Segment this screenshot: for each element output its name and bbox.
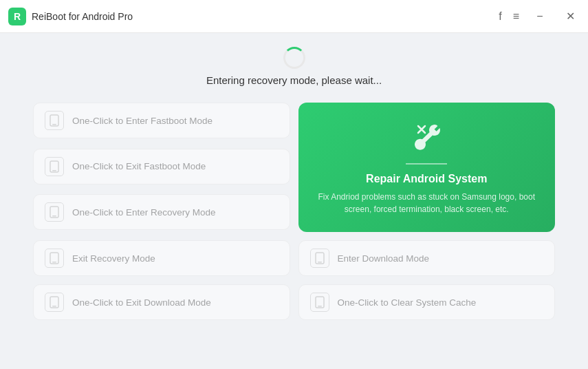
exit-recovery-button[interactable]: Exit Recovery Mode: [33, 240, 290, 276]
exit-fastboot-button[interactable]: One-Click to Exit Fastboot Mode: [33, 149, 290, 184]
app-logo: R ReiBoot for Android Pro: [8, 8, 133, 25]
svg-rect-9: [318, 262, 322, 263]
enter-fastboot-button[interactable]: One-Click to Enter Fastboot Mode: [33, 103, 290, 138]
svg-rect-3: [52, 170, 56, 171]
repair-icon: [409, 119, 444, 155]
phone-icon-4: [45, 249, 64, 268]
phone-icon-1: [45, 111, 64, 130]
exit-fastboot-label: One-Click to Exit Fastboot Mode: [72, 161, 206, 171]
clear-cache-label: One-Click to Clear System Cache: [338, 297, 477, 308]
svg-rect-7: [52, 262, 56, 263]
menu-icon[interactable]: ≡: [513, 10, 519, 23]
exit-download-button[interactable]: One-Click to Exit Download Mode: [33, 284, 290, 320]
repair-card[interactable]: Repair Android System Fix Andriod proble…: [298, 103, 556, 232]
app-name: ReiBoot for Android Pro: [32, 11, 133, 22]
main-content: One-Click to Enter Fastboot Mode Repair …: [0, 97, 588, 369]
phone-icon-3: [45, 202, 64, 222]
phone-icon-6: [45, 293, 64, 312]
status-text: Entering recovery mode, please wait...: [206, 74, 382, 86]
svg-rect-5: [52, 215, 56, 217]
logo-icon: R: [8, 8, 26, 25]
repair-title: Repair Android System: [366, 173, 487, 185]
minimize-button[interactable]: −: [530, 7, 549, 26]
enter-recovery-button[interactable]: One-Click to Enter Recovery Mode: [33, 194, 290, 230]
repair-desc: Fix Andriod problems such as stuck on Sa…: [312, 191, 542, 215]
clear-cache-button[interactable]: One-Click to Clear System Cache: [298, 284, 556, 320]
exit-recovery-label: Exit Recovery Mode: [72, 253, 155, 264]
svg-rect-11: [52, 306, 56, 307]
repair-divider: [406, 163, 447, 165]
title-bar: R ReiBoot for Android Pro f ≡ − ✕: [0, 0, 588, 33]
enter-download-button[interactable]: Enter Download Mode: [298, 240, 556, 276]
status-bar: Entering recovery mode, please wait...: [0, 33, 588, 97]
close-button[interactable]: ✕: [560, 7, 580, 26]
svg-rect-1: [52, 124, 56, 125]
loading-spinner: [283, 47, 305, 69]
exit-download-label: One-Click to Exit Download Mode: [72, 297, 211, 308]
svg-rect-13: [318, 306, 322, 307]
phone-icon-cache: [310, 293, 329, 312]
phone-icon-5: [310, 249, 329, 268]
enter-fastboot-label: One-Click to Enter Fastboot Mode: [72, 116, 213, 126]
window-controls: f ≡ − ✕: [499, 7, 580, 26]
enter-download-label: Enter Download Mode: [338, 253, 430, 264]
phone-icon-2: [45, 157, 64, 176]
enter-recovery-label: One-Click to Enter Recovery Mode: [72, 207, 216, 218]
facebook-icon[interactable]: f: [499, 10, 501, 23]
